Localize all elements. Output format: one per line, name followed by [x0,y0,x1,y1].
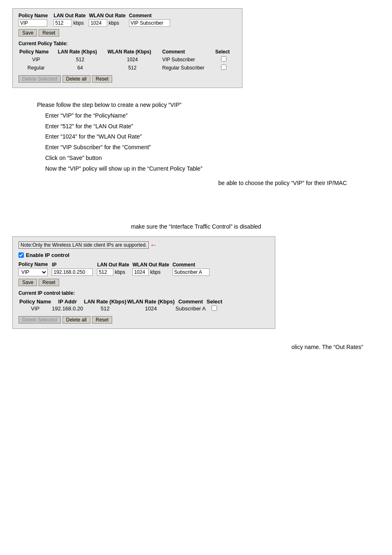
ip-col-comment: Comment [175,298,206,305]
ip-row-lan-rate: 512 [84,305,126,312]
ip-comment-input[interactable] [173,268,210,276]
table-row: VIP 192.168.0.20 512 1024 Subscriber A [19,305,222,312]
ip-reset-button[interactable]: Reset [39,279,59,286]
row-policy-name: Regular [18,64,57,72]
policy-name-input[interactable] [18,19,47,27]
arrow-icon: ← [150,241,157,250]
ip-col-select: Select [207,298,222,305]
row-comment: Regular Subscriber [161,64,214,72]
ip-row-policy-name: VIP [19,305,51,312]
row-wlan-rate: 512 [106,64,161,72]
ip-delete-selected-button[interactable]: Delete Selected [18,316,61,324]
bottom-right-text: olicy name. The “Out Rates” [12,344,380,350]
ip-row-comment: Subscriber A [175,305,206,312]
policy-name-label: Policy Name [18,13,48,18]
lan-unit-label: kbps [73,20,83,26]
ip-delete-all-button[interactable]: Delete all [62,316,90,324]
ip-row-wlan-rate: 1024 [127,305,175,312]
instructions-intro: Please follow the step below to create a… [37,100,380,110]
ip-bottom-reset-button[interactable]: Reset [92,316,112,324]
center-note: make sure the “Interface Traffic Control… [12,223,380,230]
ip-save-button[interactable]: Save [18,279,37,286]
row-lan-rate: 64 [57,64,107,72]
instruction-step: Now the “VIP” policy will show up in the… [37,164,380,174]
row-select-checkbox[interactable] [221,65,226,70]
enable-ip-row: Enable IP control [18,252,269,258]
policy-name-select[interactable]: VIPRegular [18,268,48,276]
row-select[interactable] [214,56,236,64]
enable-ip-checkbox[interactable] [18,252,24,258]
top-reset-button[interactable]: Reset [39,29,59,37]
ip-row-ip-addr: 192.168.0.20 [52,305,83,312]
ip-lan-out-rate-label: LAN Out Rate [97,262,129,268]
ip-input[interactable] [52,268,93,276]
comment-label: Comment [129,13,170,18]
ip-form-row: Policy Name VIPRegular IP LAN Out Rate k… [18,261,269,276]
lan-out-rate-label: LAN Out Rate [53,13,85,18]
delete-all-button[interactable]: Delete all [62,75,90,83]
instruction-step: Click on “Save” button [37,153,380,163]
ip-comment-label: Comment [173,262,210,268]
col-policy-name: Policy Name [18,48,57,56]
wlan-unit-label: kbps [108,20,119,26]
lan-rate-input[interactable] [53,19,72,27]
instruction-step: Enter “1024” for the “WLAN Out Rate” [37,132,380,142]
top-save-button[interactable]: Save [18,29,37,37]
row-policy-name: VIP [18,56,57,64]
ip-lan-rate-input[interactable] [97,268,113,276]
row-select-checkbox[interactable] [221,56,226,62]
row-comment: VIP Subscriber [161,56,214,64]
wlan-rate-input[interactable] [89,19,107,27]
policy-table: Policy Name LAN Rate (Kbps) WLAN Rate (K… [18,48,236,72]
ip-col-policy-name: Policy Name [19,298,51,305]
ip-col-ip-addr: IP Addr [52,298,83,305]
top-policy-panel: Policy Name LAN Out Rate kbps WLAN Out R… [12,8,242,88]
col-wlan-rate: WLAN Rate (Kbps) [106,48,161,56]
table-row: Regular 64 512 Regular Subscriber [18,64,236,72]
row-wlan-rate: 1024 [106,56,161,64]
ip-wlan-unit: kbps [150,269,160,275]
ip-control-table: Policy Name IP Addr LAN Rate (Kbps) WLAN… [18,298,223,313]
col-select: Select [214,48,236,56]
ip-wlan-rate-input[interactable] [132,268,149,276]
instruction-step: Enter “VIP Subscriber” for the “Comment” [37,143,380,153]
wlan-out-rate-label: WLAN Out Rate [89,13,125,18]
instruction-step: Enter “512” for the “LAN Out Rate” [37,122,380,132]
panel-note-text: Note:Only the Wireless LAN side client I… [18,241,149,249]
current-policy-table-title: Current Policy Table: [18,41,236,46]
col-lan-rate: LAN Rate (Kbps) [57,48,107,56]
bottom-ip-panel: Note:Only the Wireless LAN side client I… [12,236,275,329]
comment-input[interactable] [129,19,170,27]
table-row: VIP 512 1024 VIP Subscriber [18,56,236,64]
col-comment: Comment [161,48,214,56]
ip-row-select-checkbox[interactable] [212,305,217,311]
ip-label: IP [52,262,93,268]
right-note: be able to choose the policy “VIP” for t… [12,180,347,186]
ip-col-wlan-rate: WLAN Rate (Kbps) [127,298,175,305]
delete-selected-button[interactable]: Delete Selected [18,75,61,83]
enable-ip-label: Enable IP control [26,252,69,258]
top-form-row: Policy Name LAN Out Rate kbps WLAN Out R… [18,13,236,27]
ip-row-select[interactable] [207,305,222,312]
row-lan-rate: 512 [57,56,107,64]
bottom-reset-button[interactable]: Reset [92,75,112,83]
ip-policy-name-label: Policy Name [18,261,48,267]
current-ip-table-title: Current IP control table: [18,290,269,296]
ip-lan-unit: kbps [115,269,125,275]
instructions-section: Please follow the step below to create a… [37,100,380,174]
ip-wlan-out-rate-label: WLAN Out Rate [132,262,169,268]
instruction-step: Enter “VIP” for the “PolicyName” [37,111,380,121]
ip-col-lan-rate: LAN Rate (Kbps) [84,298,126,305]
row-select[interactable] [214,64,236,72]
